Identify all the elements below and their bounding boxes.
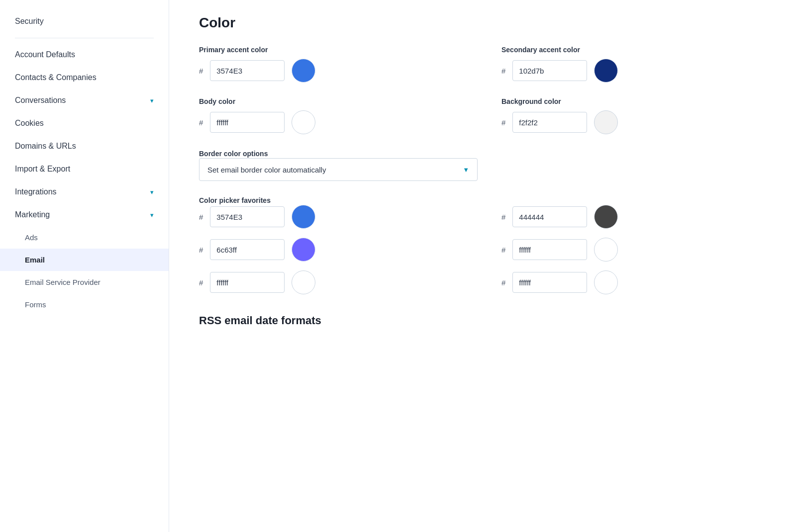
- secondary-accent-label: Secondary accent color: [501, 46, 764, 54]
- favorite-6-row: #: [501, 270, 764, 294]
- favorite-2-row: #: [501, 205, 764, 229]
- favorite-1-row: #: [199, 205, 462, 229]
- sidebar-item-account-defaults[interactable]: Account Defaults: [0, 43, 169, 66]
- sidebar-label-email-service-provider: Email Service Provider: [25, 278, 100, 286]
- primary-accent-swatch[interactable]: [292, 59, 315, 83]
- primary-accent-input[interactable]: [210, 60, 285, 81]
- fav5-hash: #: [199, 278, 203, 287]
- sidebar-label-email: Email: [25, 256, 45, 264]
- sidebar-item-conversations[interactable]: Conversations▾: [0, 89, 169, 112]
- body-color-input-row: #: [199, 110, 462, 134]
- sidebar-item-email-service-provider[interactable]: Email Service Provider: [0, 271, 169, 293]
- sidebar-label-conversations: Conversations: [15, 96, 66, 105]
- fav4-input[interactable]: [512, 239, 587, 260]
- secondary-accent-input-row: #: [501, 59, 764, 83]
- favorite-3-row: #: [199, 238, 462, 262]
- secondary-accent-input[interactable]: [512, 60, 587, 81]
- sidebar: SecurityAccount DefaultsContacts & Compa…: [0, 0, 169, 532]
- fav1-input[interactable]: [210, 206, 285, 227]
- sidebar-item-cookies[interactable]: Cookies: [0, 112, 169, 135]
- favorite-4-row: #: [501, 238, 764, 262]
- sidebar-label-import-export: Import & Export: [15, 165, 70, 174]
- favorite-5-row: #: [199, 270, 462, 294]
- body-color-group: Body color #: [199, 97, 462, 134]
- chevron-down-icon: ▾: [150, 97, 154, 104]
- secondary-accent-hash: #: [501, 67, 505, 75]
- sidebar-item-email[interactable]: Email: [0, 249, 169, 271]
- fav1-swatch[interactable]: [292, 205, 315, 229]
- primary-accent-group: Primary accent color #: [199, 46, 462, 83]
- border-color-selected: Set email border color automatically: [207, 166, 326, 174]
- sidebar-label-account-defaults: Account Defaults: [15, 50, 75, 59]
- primary-accent-label: Primary accent color: [199, 46, 462, 54]
- sidebar-item-domains-urls[interactable]: Domains & URLs: [0, 135, 169, 158]
- border-color-section: Border color options Set email border co…: [199, 149, 764, 181]
- fav5-input[interactable]: [210, 272, 285, 293]
- fav6-input[interactable]: [512, 272, 587, 293]
- body-color-input[interactable]: [210, 112, 285, 133]
- fav3-hash: #: [199, 246, 203, 254]
- fav2-input[interactable]: [512, 206, 587, 227]
- fav6-hash: #: [501, 278, 505, 287]
- secondary-accent-group: Secondary accent color #: [501, 46, 764, 83]
- sidebar-label-domains-urls: Domains & URLs: [15, 142, 76, 151]
- border-color-label: Border color options: [199, 150, 268, 158]
- sidebar-label-integrations: Integrations: [15, 187, 57, 196]
- body-color-hash: #: [199, 118, 203, 127]
- favorites-label: Color picker favorites: [199, 196, 271, 204]
- color-picker-favorites-section: Color picker favorites # # # #: [199, 196, 764, 294]
- body-color-label: Body color: [199, 97, 462, 105]
- sidebar-item-security[interactable]: Security: [0, 10, 169, 33]
- sidebar-label-contacts-companies: Contacts & Companies: [15, 73, 97, 82]
- background-color-group: Background color #: [501, 97, 764, 134]
- background-color-label: Background color: [501, 97, 764, 105]
- sidebar-label-cookies: Cookies: [15, 119, 44, 128]
- sidebar-label-forms: Forms: [25, 300, 46, 309]
- sidebar-item-marketing[interactable]: Marketing▾: [0, 203, 169, 226]
- fav2-swatch[interactable]: [594, 205, 618, 229]
- sidebar-item-ads[interactable]: Ads: [0, 226, 169, 249]
- primary-accent-hash: #: [199, 67, 203, 75]
- background-color-input-row: #: [501, 110, 764, 134]
- chevron-down-icon: ▾: [150, 211, 154, 219]
- fav4-hash: #: [501, 246, 505, 254]
- body-bg-color-grid: Body color # Background color #: [199, 97, 764, 134]
- body-color-swatch[interactable]: [292, 110, 315, 134]
- fav5-swatch[interactable]: [292, 270, 315, 294]
- fav6-swatch[interactable]: [594, 270, 618, 294]
- rss-section: RSS email date formats: [199, 314, 764, 327]
- background-color-swatch[interactable]: [594, 110, 618, 134]
- secondary-accent-swatch[interactable]: [594, 59, 618, 83]
- background-color-input[interactable]: [512, 112, 587, 133]
- favorites-grid: # # # # #: [199, 205, 764, 294]
- sidebar-item-contacts-companies[interactable]: Contacts & Companies: [0, 66, 169, 89]
- sidebar-divider: [15, 38, 154, 38]
- page-title: Color: [199, 15, 764, 31]
- rss-section-title: RSS email date formats: [199, 314, 764, 327]
- sidebar-item-forms[interactable]: Forms: [0, 293, 169, 316]
- chevron-down-icon: ▼: [463, 166, 469, 174]
- border-color-dropdown[interactable]: Set email border color automatically ▼: [199, 158, 478, 181]
- primary-accent-input-row: #: [199, 59, 462, 83]
- background-color-hash: #: [501, 118, 505, 127]
- sidebar-item-import-export[interactable]: Import & Export: [0, 158, 169, 180]
- fav3-input[interactable]: [210, 239, 285, 260]
- fav2-hash: #: [501, 213, 505, 221]
- sidebar-item-integrations[interactable]: Integrations▾: [0, 180, 169, 203]
- accent-color-grid: Primary accent color # Secondary accent …: [199, 46, 764, 83]
- main-content: Color Primary accent color # Secondary a…: [169, 0, 794, 532]
- fav4-swatch[interactable]: [594, 238, 618, 262]
- fav1-hash: #: [199, 213, 203, 221]
- sidebar-label-marketing: Marketing: [15, 210, 50, 219]
- chevron-down-icon: ▾: [150, 188, 154, 196]
- sidebar-label-ads: Ads: [25, 233, 38, 242]
- fav3-swatch[interactable]: [292, 238, 315, 262]
